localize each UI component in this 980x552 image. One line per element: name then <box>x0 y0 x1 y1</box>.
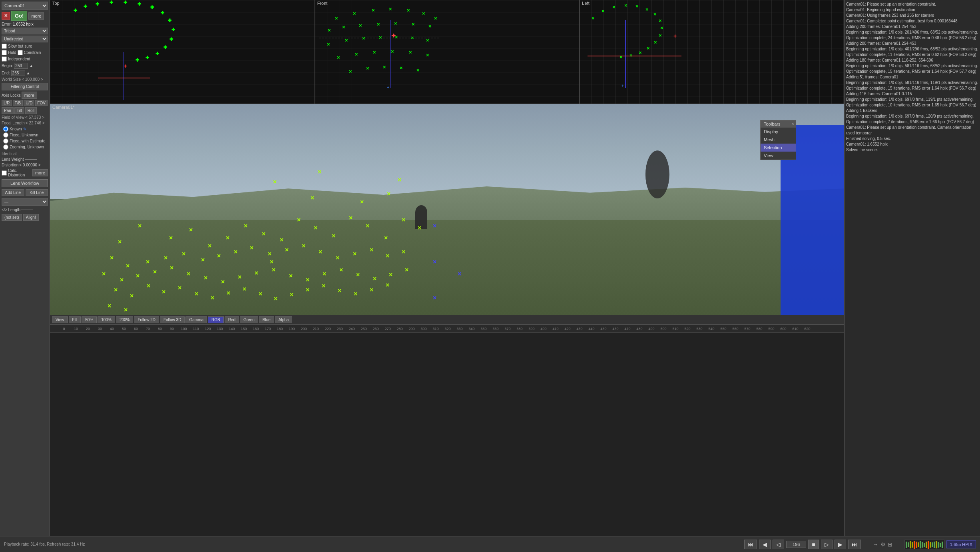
hold-checkbox[interactable] <box>2 50 7 55</box>
calc-dist-more[interactable]: more <box>32 169 48 176</box>
end-input[interactable] <box>11 70 25 76</box>
viewport-left[interactable]: Left × × × × × × × × × × × × × <box>580 0 844 104</box>
constrain-checkbox[interactable] <box>18 50 23 55</box>
distortion-value[interactable]: < 0.00000 > <box>19 163 40 167</box>
go-button[interactable]: Go! <box>11 11 27 21</box>
view-btn-follow3d[interactable]: Follow 3D <box>160 316 185 323</box>
svg-rect-160 <box>910 541 911 548</box>
independent-checkbox[interactable] <box>2 56 7 62</box>
code-icon: </> <box>2 208 7 212</box>
toolbars-display[interactable]: Display <box>761 128 796 136</box>
tick-420: 420 <box>562 327 574 331</box>
mode-dropdown[interactable]: Tripod <box>2 28 48 34</box>
frame-icon[interactable]: ⊞ <box>888 541 892 548</box>
calc-dist-label: Calc. Distortion <box>8 168 31 177</box>
tick-620: 620 <box>801 327 813 331</box>
view-btn-50[interactable]: 50% <box>82 316 97 323</box>
axis-fb-button[interactable]: F/B <box>13 100 23 106</box>
edit-icon[interactable]: ✎ <box>23 127 26 131</box>
skip-to-start-button[interactable]: ⏮ <box>744 540 757 549</box>
axis-more-button[interactable]: more <box>22 92 37 99</box>
radio-fixed-unknown-row: Fixed, Unknown <box>3 132 48 138</box>
tick-560: 560 <box>729 327 741 331</box>
close-button[interactable]: ✕ <box>2 12 10 20</box>
tick-310: 310 <box>430 327 442 331</box>
world-size-value[interactable]: < 100.000 > <box>22 77 43 82</box>
frame-input[interactable] <box>786 541 806 548</box>
begin-input[interactable] <box>14 63 28 69</box>
distortion-label: Distortion <box>2 163 18 167</box>
toolbars-view[interactable]: View <box>761 152 796 160</box>
length-type-dropdown[interactable]: — <box>2 198 48 206</box>
play-button[interactable]: ▷ <box>821 540 833 549</box>
radio-zooming[interactable] <box>3 144 8 150</box>
direction-dropdown[interactable]: Undirected <box>2 36 48 42</box>
viewport-front-label: Front <box>317 1 328 6</box>
prev-button[interactable]: ◁ <box>773 540 784 549</box>
axis-fov-button[interactable]: FOV <box>35 100 48 106</box>
end-arrow: ▲ <box>26 71 30 75</box>
lens-workflow-button[interactable]: Lens Workflow <box>2 179 48 187</box>
skip-to-end-button[interactable]: ⏭ <box>848 540 861 549</box>
popup-close-button[interactable]: × <box>792 121 794 126</box>
view-btn-fill[interactable]: Fill <box>69 316 81 323</box>
view-btn-green[interactable]: Green <box>240 316 258 323</box>
focal-value[interactable]: < 22.746 > <box>26 121 45 125</box>
svg-rect-166 <box>922 542 923 548</box>
align-button[interactable]: Align! <box>23 214 39 221</box>
toolbars-selection[interactable]: Selection <box>761 144 796 152</box>
independent-label: Independent <box>8 57 30 61</box>
log-line-3: Camera01: Completed point estimation, be… <box>846 18 978 24</box>
tick-180: 180 <box>274 327 286 331</box>
gear-icon[interactable]: ⚙ <box>880 541 886 548</box>
fov-value[interactable]: < 57.373 > <box>25 115 44 120</box>
slow-but-sure-checkbox[interactable] <box>2 44 7 49</box>
kill-line-button[interactable]: Kill Line <box>26 189 48 196</box>
set-button[interactable]: (not set) <box>2 214 22 221</box>
filtering-control-button[interactable]: Filtering Control <box>2 83 48 90</box>
svg-rect-159 <box>908 542 909 547</box>
stop-button[interactable]: ■ <box>808 540 819 549</box>
tick-330: 330 <box>454 327 466 331</box>
viewport-front[interactable]: Front × × × × × × × × × × × × × <box>315 0 580 104</box>
viewport-top[interactable]: Top + + + + + + + + + + + <box>50 0 315 104</box>
view-btn-rgb[interactable]: RGB <box>208 316 224 323</box>
tilt-button[interactable]: Tilt <box>14 107 24 114</box>
calc-dist-checkbox[interactable] <box>2 170 7 176</box>
axis-lr-button[interactable]: L/R <box>2 100 12 106</box>
radio-known[interactable] <box>3 126 8 132</box>
hold-label: Hold <box>8 50 16 55</box>
length-row: </> Length <box>2 208 48 212</box>
axis-ud-button[interactable]: U/D <box>24 100 34 106</box>
radio-fixed-unknown[interactable] <box>3 132 8 138</box>
tick-350: 350 <box>478 327 490 331</box>
tick-410: 410 <box>550 327 562 331</box>
log-line-21: Optimization complete, 7 iterations, RMS… <box>846 119 978 125</box>
arrow-right-icon[interactable]: → <box>873 541 878 548</box>
view-btn-red[interactable]: Red <box>225 316 239 323</box>
focal-label: Focal Length <box>2 121 25 125</box>
camera-select[interactable]: Camera01 <box>2 2 48 10</box>
next-frame-button[interactable]: ▶ <box>835 540 846 549</box>
prev-frame-button[interactable]: ◀ <box>759 540 771 549</box>
waveform-display <box>904 540 944 549</box>
radio-zooming-row: Zooming, Unknown <box>3 144 48 150</box>
toolbars-mesh[interactable]: Mesh <box>761 136 796 144</box>
pan-button[interactable]: Pan <box>2 107 14 114</box>
view-btn-100[interactable]: 100% <box>98 316 115 323</box>
view-btn-200[interactable]: 200% <box>116 316 133 323</box>
view-btn-follow2d[interactable]: Follow 2D <box>134 316 159 323</box>
camera-view[interactable]: Camera01* × × <box>50 104 844 315</box>
timeline[interactable]: 0 10 20 30 40 50 60 70 80 90 100 110 120… <box>50 325 844 536</box>
more-button[interactable]: more <box>28 12 44 20</box>
view-btn-alpha[interactable]: Alpha <box>275 316 293 323</box>
radio-known-label: Known <box>10 127 22 131</box>
view-btn-gamma[interactable]: Gamma <box>185 316 207 323</box>
tick-320: 320 <box>442 327 454 331</box>
camera-bg <box>50 104 844 315</box>
view-btn-view[interactable]: View <box>52 316 68 323</box>
view-btn-blue[interactable]: Blue <box>259 316 274 323</box>
roll-button[interactable]: Roll <box>25 107 37 114</box>
add-line-button[interactable]: Add Line <box>2 189 24 196</box>
radio-fixed-estimate[interactable] <box>3 138 8 144</box>
